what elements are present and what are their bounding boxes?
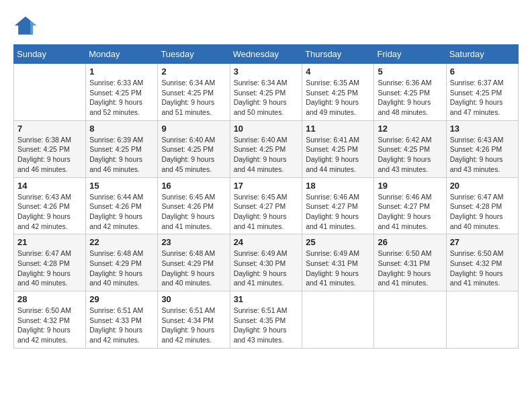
page-header xyxy=(13,13,519,38)
calendar-cell: 4Sunrise: 6:35 AMSunset: 4:25 PMDaylight… xyxy=(302,64,374,121)
day-number: 6 xyxy=(450,66,515,77)
day-info: Sunrise: 6:48 AMSunset: 4:29 PMDaylight:… xyxy=(89,248,154,288)
col-header-thursday: Thursday xyxy=(302,45,374,64)
day-info: Sunrise: 6:34 AMSunset: 4:25 PMDaylight:… xyxy=(161,78,226,118)
day-number: 2 xyxy=(161,66,226,77)
day-number: 17 xyxy=(234,181,299,191)
day-number: 15 xyxy=(89,181,154,191)
day-info: Sunrise: 6:51 AMSunset: 4:34 PMDaylight:… xyxy=(161,306,226,345)
day-number: 27 xyxy=(450,237,515,247)
day-info: Sunrise: 6:47 AMSunset: 4:28 PMDaylight:… xyxy=(17,248,82,288)
day-info: Sunrise: 6:43 AMSunset: 4:26 PMDaylight:… xyxy=(17,192,82,232)
calendar-week-row: 7Sunrise: 6:38 AMSunset: 4:25 PMDaylight… xyxy=(14,120,519,177)
day-number: 12 xyxy=(378,124,442,134)
day-info: Sunrise: 6:49 AMSunset: 4:31 PMDaylight:… xyxy=(306,248,370,288)
calendar-cell: 27Sunrise: 6:50 AMSunset: 4:32 PMDayligh… xyxy=(446,234,518,291)
calendar-cell: 6Sunrise: 6:37 AMSunset: 4:25 PMDaylight… xyxy=(446,64,518,121)
calendar-cell: 18Sunrise: 6:46 AMSunset: 4:27 PMDayligh… xyxy=(302,177,374,234)
day-info: Sunrise: 6:41 AMSunset: 4:25 PMDaylight:… xyxy=(306,135,370,175)
day-info: Sunrise: 6:48 AMSunset: 4:29 PMDaylight:… xyxy=(161,248,226,288)
logo xyxy=(13,13,40,38)
day-number: 14 xyxy=(17,181,82,191)
day-number: 11 xyxy=(306,124,370,134)
calendar-cell: 5Sunrise: 6:36 AMSunset: 4:25 PMDaylight… xyxy=(374,64,446,121)
calendar-cell: 12Sunrise: 6:42 AMSunset: 4:25 PMDayligh… xyxy=(374,120,446,177)
day-info: Sunrise: 6:47 AMSunset: 4:28 PMDaylight:… xyxy=(450,192,515,232)
day-number: 5 xyxy=(378,66,442,77)
day-info: Sunrise: 6:33 AMSunset: 4:25 PMDaylight:… xyxy=(89,78,154,118)
calendar-cell: 10Sunrise: 6:40 AMSunset: 4:25 PMDayligh… xyxy=(230,120,302,177)
day-number: 16 xyxy=(161,181,226,191)
calendar-cell: 8Sunrise: 6:39 AMSunset: 4:25 PMDaylight… xyxy=(86,120,158,177)
calendar-week-row: 14Sunrise: 6:43 AMSunset: 4:26 PMDayligh… xyxy=(14,177,519,234)
calendar-cell: 26Sunrise: 6:50 AMSunset: 4:31 PMDayligh… xyxy=(374,234,446,291)
day-info: Sunrise: 6:46 AMSunset: 4:27 PMDaylight:… xyxy=(306,192,370,232)
day-number: 19 xyxy=(378,181,442,191)
day-number: 31 xyxy=(234,294,299,304)
calendar-cell: 14Sunrise: 6:43 AMSunset: 4:26 PMDayligh… xyxy=(14,177,86,234)
day-info: Sunrise: 6:50 AMSunset: 4:32 PMDaylight:… xyxy=(450,248,515,288)
day-info: Sunrise: 6:38 AMSunset: 4:25 PMDaylight:… xyxy=(17,135,82,175)
calendar-cell: 13Sunrise: 6:43 AMSunset: 4:26 PMDayligh… xyxy=(446,120,518,177)
day-info: Sunrise: 6:40 AMSunset: 4:25 PMDaylight:… xyxy=(161,135,226,175)
calendar-cell: 29Sunrise: 6:51 AMSunset: 4:33 PMDayligh… xyxy=(86,291,158,349)
day-number: 10 xyxy=(234,124,299,134)
calendar-cell: 3Sunrise: 6:34 AMSunset: 4:25 PMDaylight… xyxy=(230,64,302,121)
calendar-cell: 25Sunrise: 6:49 AMSunset: 4:31 PMDayligh… xyxy=(302,234,374,291)
day-info: Sunrise: 6:49 AMSunset: 4:30 PMDaylight:… xyxy=(234,248,299,288)
day-info: Sunrise: 6:35 AMSunset: 4:25 PMDaylight:… xyxy=(306,78,370,118)
day-number: 28 xyxy=(17,294,82,304)
calendar-cell xyxy=(302,291,374,349)
day-info: Sunrise: 6:39 AMSunset: 4:25 PMDaylight:… xyxy=(89,135,154,175)
day-info: Sunrise: 6:46 AMSunset: 4:27 PMDaylight:… xyxy=(378,192,442,232)
calendar-cell: 20Sunrise: 6:47 AMSunset: 4:28 PMDayligh… xyxy=(446,177,518,234)
calendar-cell: 17Sunrise: 6:45 AMSunset: 4:27 PMDayligh… xyxy=(230,177,302,234)
calendar-table: SundayMondayTuesdayWednesdayThursdayFrid… xyxy=(13,44,519,349)
day-info: Sunrise: 6:36 AMSunset: 4:25 PMDaylight:… xyxy=(378,78,442,118)
logo-icon xyxy=(13,13,38,38)
day-info: Sunrise: 6:43 AMSunset: 4:26 PMDaylight:… xyxy=(450,135,515,175)
day-number: 9 xyxy=(161,124,226,134)
col-header-tuesday: Tuesday xyxy=(158,45,230,64)
day-info: Sunrise: 6:44 AMSunset: 4:26 PMDaylight:… xyxy=(89,192,154,232)
calendar-cell xyxy=(14,64,86,121)
calendar-cell: 24Sunrise: 6:49 AMSunset: 4:30 PMDayligh… xyxy=(230,234,302,291)
day-number: 1 xyxy=(89,66,154,77)
calendar-cell xyxy=(374,291,446,349)
calendar-cell: 31Sunrise: 6:51 AMSunset: 4:35 PMDayligh… xyxy=(230,291,302,349)
day-number: 23 xyxy=(161,237,226,247)
day-number: 25 xyxy=(306,237,370,247)
day-number: 22 xyxy=(89,237,154,247)
calendar-cell: 22Sunrise: 6:48 AMSunset: 4:29 PMDayligh… xyxy=(86,234,158,291)
day-info: Sunrise: 6:45 AMSunset: 4:26 PMDaylight:… xyxy=(161,192,226,232)
col-header-sunday: Sunday xyxy=(14,45,86,64)
day-info: Sunrise: 6:51 AMSunset: 4:33 PMDaylight:… xyxy=(89,306,154,345)
col-header-monday: Monday xyxy=(86,45,158,64)
day-info: Sunrise: 6:34 AMSunset: 4:25 PMDaylight:… xyxy=(234,78,299,118)
day-info: Sunrise: 6:51 AMSunset: 4:35 PMDaylight:… xyxy=(234,306,299,345)
day-number: 3 xyxy=(234,66,299,77)
day-number: 18 xyxy=(306,181,370,191)
day-number: 8 xyxy=(89,124,154,134)
calendar-cell: 9Sunrise: 6:40 AMSunset: 4:25 PMDaylight… xyxy=(158,120,230,177)
calendar-cell: 16Sunrise: 6:45 AMSunset: 4:26 PMDayligh… xyxy=(158,177,230,234)
day-number: 29 xyxy=(89,294,154,304)
day-number: 30 xyxy=(161,294,226,304)
calendar-cell: 1Sunrise: 6:33 AMSunset: 4:25 PMDaylight… xyxy=(86,64,158,121)
day-number: 24 xyxy=(234,237,299,247)
day-number: 26 xyxy=(378,237,442,247)
calendar-cell: 19Sunrise: 6:46 AMSunset: 4:27 PMDayligh… xyxy=(374,177,446,234)
calendar-cell: 30Sunrise: 6:51 AMSunset: 4:34 PMDayligh… xyxy=(158,291,230,349)
day-info: Sunrise: 6:40 AMSunset: 4:25 PMDaylight:… xyxy=(234,135,299,175)
col-header-friday: Friday xyxy=(374,45,446,64)
col-header-saturday: Saturday xyxy=(446,45,518,64)
col-header-wednesday: Wednesday xyxy=(230,45,302,64)
day-number: 13 xyxy=(450,124,515,134)
calendar-cell: 23Sunrise: 6:48 AMSunset: 4:29 PMDayligh… xyxy=(158,234,230,291)
calendar-cell: 11Sunrise: 6:41 AMSunset: 4:25 PMDayligh… xyxy=(302,120,374,177)
calendar-cell: 28Sunrise: 6:50 AMSunset: 4:32 PMDayligh… xyxy=(14,291,86,349)
calendar-week-row: 1Sunrise: 6:33 AMSunset: 4:25 PMDaylight… xyxy=(14,64,519,121)
day-number: 21 xyxy=(17,237,82,247)
calendar-cell: 15Sunrise: 6:44 AMSunset: 4:26 PMDayligh… xyxy=(86,177,158,234)
day-info: Sunrise: 6:37 AMSunset: 4:25 PMDaylight:… xyxy=(450,78,515,118)
